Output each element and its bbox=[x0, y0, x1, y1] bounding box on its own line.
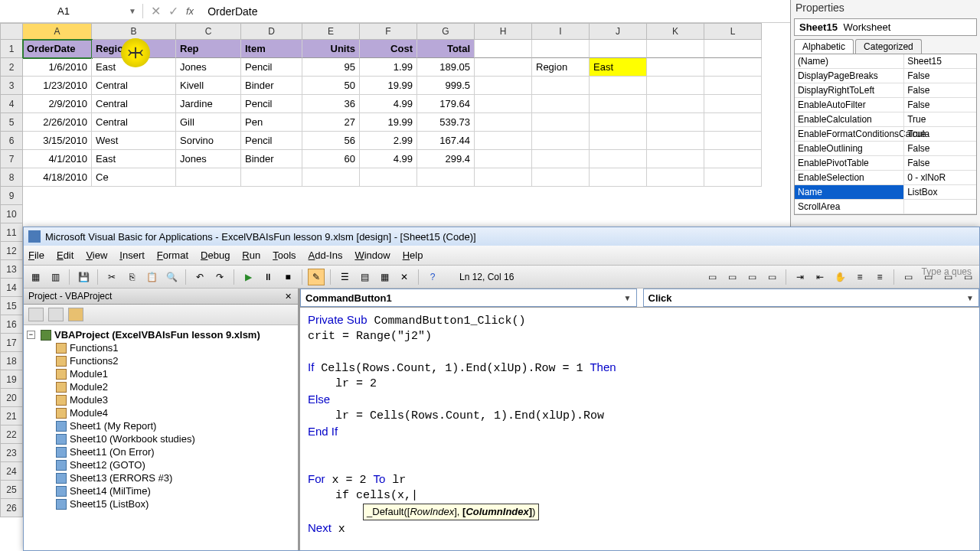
row-header-1[interactable]: 1 bbox=[0, 40, 23, 58]
cell-J3[interactable] bbox=[590, 77, 647, 95]
cell-E3[interactable]: 50 bbox=[302, 77, 360, 95]
cell-H5[interactable] bbox=[475, 113, 532, 132]
copy-icon[interactable]: ⎘ bbox=[123, 269, 140, 285]
row-header-24[interactable]: 24 bbox=[0, 462, 23, 481]
cell-B5[interactable]: Central bbox=[92, 113, 176, 132]
cell-A8[interactable]: 4/18/2010 bbox=[23, 168, 92, 187]
tree-node[interactable]: Module2 bbox=[25, 380, 296, 393]
run-icon[interactable]: ▶ bbox=[240, 269, 256, 285]
menu-window[interactable]: Window bbox=[354, 249, 390, 261]
toggle-folders-icon[interactable] bbox=[68, 308, 83, 321]
prop-row-enablepivottable[interactable]: EnablePivotTableFalse bbox=[795, 156, 976, 171]
properties-object-selector[interactable]: Sheet15 Worksheet bbox=[794, 18, 977, 36]
design-mode-icon[interactable]: ✎ bbox=[308, 269, 325, 285]
cell-J1[interactable] bbox=[590, 40, 647, 58]
cell-F5[interactable]: 19.99 bbox=[360, 113, 417, 132]
tree-node[interactable]: Sheet13 (ERRORS #3) bbox=[25, 471, 296, 484]
prop-row-scrollarea[interactable]: ScrollArea bbox=[795, 200, 976, 214]
cell-K1[interactable] bbox=[647, 40, 704, 58]
cell-L1[interactable] bbox=[704, 40, 762, 58]
tree-node[interactable]: Sheet15 (ListBox) bbox=[25, 497, 296, 510]
cell-C7[interactable]: Jones bbox=[176, 150, 241, 168]
row-header-3[interactable]: 3 bbox=[0, 77, 23, 95]
cell-C8[interactable] bbox=[176, 168, 241, 187]
row-header-13[interactable]: 13 bbox=[0, 260, 23, 279]
cell-C1[interactable]: Rep bbox=[176, 40, 241, 58]
cell-E6[interactable]: 56 bbox=[302, 132, 360, 150]
cell-C4[interactable]: Jardine bbox=[176, 95, 241, 113]
cell-K6[interactable] bbox=[647, 132, 704, 150]
row-header-18[interactable]: 18 bbox=[0, 352, 23, 370]
cell-E1[interactable]: Units bbox=[302, 40, 360, 58]
vbe-menubar[interactable]: FileEditViewInsertFormatDebugRunToolsAdd… bbox=[24, 246, 979, 266]
column-header-L[interactable]: L bbox=[704, 23, 762, 40]
view-excel-icon[interactable]: ▦ bbox=[27, 269, 44, 285]
indent-icon[interactable]: ⇥ bbox=[792, 269, 808, 285]
cell-G3[interactable]: 999.5 bbox=[417, 77, 475, 95]
cell-L4[interactable] bbox=[704, 95, 762, 113]
outdent-icon[interactable]: ⇤ bbox=[812, 269, 828, 285]
cell-A7[interactable]: 4/1/2010 bbox=[23, 150, 92, 168]
cell-J4[interactable] bbox=[590, 95, 647, 113]
menu-addins[interactable]: Add-Ins bbox=[309, 249, 343, 261]
column-header-K[interactable]: K bbox=[647, 23, 704, 40]
column-header-A[interactable]: A bbox=[23, 23, 92, 40]
column-header-D[interactable]: D bbox=[241, 23, 302, 40]
cell-F7[interactable]: 4.99 bbox=[360, 150, 417, 168]
cell-B3[interactable]: Central bbox=[92, 77, 176, 95]
tree-node[interactable]: Module3 bbox=[25, 393, 296, 406]
row-header-25[interactable]: 25 bbox=[0, 481, 23, 499]
cell-E8[interactable] bbox=[302, 168, 360, 187]
cell-G7[interactable]: 299.4 bbox=[417, 150, 475, 168]
cell-B8[interactable]: Ce bbox=[92, 168, 176, 187]
cell-D8[interactable] bbox=[241, 168, 302, 187]
row-header-23[interactable]: 23 bbox=[0, 444, 23, 462]
cell-K2[interactable] bbox=[647, 58, 704, 77]
prop-row-enableoutlining[interactable]: EnableOutliningFalse bbox=[795, 142, 976, 156]
cell-A6[interactable]: 3/15/2010 bbox=[23, 132, 92, 150]
tb-icon-2[interactable]: ▭ bbox=[724, 269, 740, 285]
cell-I2[interactable]: Region bbox=[532, 58, 590, 77]
formula-bar[interactable]: OrderDate bbox=[201, 5, 257, 18]
prop-row-name[interactable]: (Name)Sheet15 bbox=[795, 54, 976, 69]
tb-icon-7[interactable]: ▭ bbox=[900, 269, 916, 285]
prop-row-name[interactable]: NameListBox bbox=[795, 185, 976, 200]
cell-B6[interactable]: West bbox=[92, 132, 176, 150]
project-tree[interactable]: − VBAProject (ExcelVBAIsFun lesson 9.xls… bbox=[24, 325, 298, 550]
select-all-corner[interactable] bbox=[0, 23, 23, 40]
cell-G5[interactable]: 539.73 bbox=[417, 113, 475, 132]
name-box[interactable]: A1 ▼ bbox=[51, 4, 143, 18]
vbe-question-box[interactable]: Type a ques bbox=[922, 266, 972, 277]
tb-icon-4[interactable]: ▭ bbox=[763, 269, 780, 285]
cell-F2[interactable]: 1.99 bbox=[360, 58, 417, 77]
hand-icon[interactable]: ✋ bbox=[831, 269, 848, 285]
row-header-2[interactable]: 2 bbox=[0, 58, 23, 77]
cell-G2[interactable]: 189.05 bbox=[417, 58, 475, 77]
row-header-17[interactable]: 17 bbox=[0, 334, 23, 352]
fx-icon[interactable]: fx bbox=[186, 5, 194, 17]
properties-list[interactable]: (Name)Sheet15DisplayPageBreaksFalseDispl… bbox=[794, 54, 977, 215]
row-header-11[interactable]: 11 bbox=[0, 223, 23, 242]
column-header-F[interactable]: F bbox=[360, 23, 417, 40]
cell-K7[interactable] bbox=[647, 150, 704, 168]
row-header-19[interactable]: 19 bbox=[0, 370, 23, 389]
find-icon[interactable]: 🔍 bbox=[163, 269, 180, 285]
menu-view[interactable]: View bbox=[86, 249, 107, 261]
name-box-dropdown-icon[interactable]: ▼ bbox=[129, 7, 136, 15]
cell-J6[interactable] bbox=[590, 132, 647, 150]
cell-D3[interactable]: Binder bbox=[241, 77, 302, 95]
cell-A1[interactable]: OrderDate bbox=[23, 40, 92, 58]
cell-E7[interactable]: 60 bbox=[302, 150, 360, 168]
cell-F4[interactable]: 4.99 bbox=[360, 95, 417, 113]
view-object-icon[interactable] bbox=[48, 308, 64, 321]
cell-B7[interactable]: East bbox=[92, 150, 176, 168]
project-close-icon[interactable]: ✕ bbox=[283, 291, 293, 302]
cell-A3[interactable]: 1/23/2010 bbox=[23, 77, 92, 95]
row-header-8[interactable]: 8 bbox=[0, 168, 23, 187]
tree-node[interactable]: Functions1 bbox=[25, 341, 296, 354]
tree-node[interactable]: Sheet1 (My Report) bbox=[25, 419, 296, 432]
cell-C5[interactable]: Gill bbox=[176, 113, 241, 132]
cut-icon[interactable]: ✂ bbox=[103, 269, 120, 285]
procedure-dropdown[interactable]: Click▼ bbox=[643, 289, 980, 307]
cell-L6[interactable] bbox=[704, 132, 762, 150]
